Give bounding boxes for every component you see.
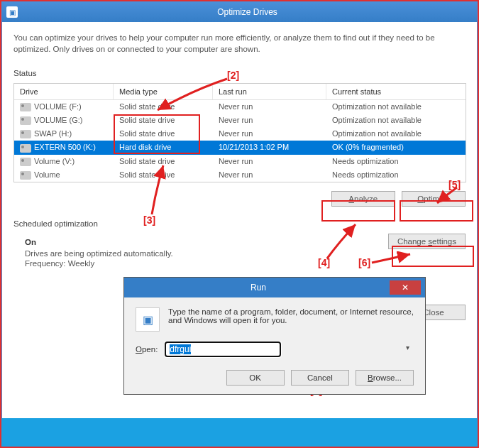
sched-line2: Frequency: Weekly	[25, 259, 173, 268]
change-settings-button[interactable]: Change settings	[388, 234, 466, 249]
col-header-lastrun[interactable]: Last run	[213, 84, 326, 99]
drive-icon	[20, 158, 31, 166]
drive-table: Drive Media type Last run Current status…	[13, 83, 466, 182]
table-row[interactable]: VOLUME (G:)Solid state driveNever runOpt…	[14, 114, 466, 127]
analyze-button[interactable]: Analyze	[331, 191, 395, 207]
table-row[interactable]: EXTERN 500 (K:)Hard disk drive10/21/2013…	[14, 141, 466, 154]
browse-button[interactable]: Browse...	[356, 370, 414, 386]
status-section-label: Status	[13, 69, 466, 77]
sched-line1: Drives are being optimized automatically…	[25, 249, 173, 258]
table-row[interactable]: SWAP (H:)Solid state driveNever runOptim…	[14, 127, 466, 141]
run-dialog: Run ✕ ▣ Type the name of a program, fold…	[123, 277, 426, 395]
table-row[interactable]: VolumeSolid state driveNever runNeeds op…	[14, 168, 466, 182]
scheduled-optimization-label: Scheduled optimization	[13, 219, 466, 228]
open-label: Open:	[136, 345, 158, 354]
table-row[interactable]: Volume (V:)Solid state driveNever runNee…	[14, 155, 466, 168]
close-icon[interactable]: ✕	[390, 280, 421, 295]
ok-button[interactable]: OK	[226, 370, 285, 386]
drive-icon	[20, 171, 31, 180]
window-title: Optimize Drives	[22, 7, 473, 17]
taskbar	[1, 418, 478, 447]
drive-icon	[20, 130, 31, 138]
col-header-status[interactable]: Current status	[326, 84, 464, 99]
col-header-drive[interactable]: Drive	[14, 84, 114, 99]
table-header: Drive Media type Last run Current status	[14, 84, 466, 100]
run-icon: ▣	[136, 307, 160, 332]
sched-on: On	[25, 238, 173, 246]
app-icon: ▣	[6, 6, 18, 18]
run-description: Type the name of a program, folder, docu…	[168, 307, 414, 332]
titlebar: ▣ Optimize Drives	[2, 2, 477, 22]
run-titlebar: Run ✕	[124, 278, 425, 297]
open-input[interactable]	[165, 342, 281, 357]
col-header-media[interactable]: Media type	[114, 84, 213, 99]
drive-icon	[20, 116, 31, 125]
description-text: You can optimize your drives to help you…	[13, 32, 466, 55]
run-title: Run	[128, 283, 388, 293]
table-row[interactable]: VOLUME (F:)Solid state driveNever runOpt…	[14, 100, 466, 114]
drive-icon	[20, 103, 31, 111]
cancel-button[interactable]: Cancel	[291, 370, 349, 386]
drive-icon	[20, 144, 31, 153]
optimize-button[interactable]: Optimize	[402, 191, 466, 207]
